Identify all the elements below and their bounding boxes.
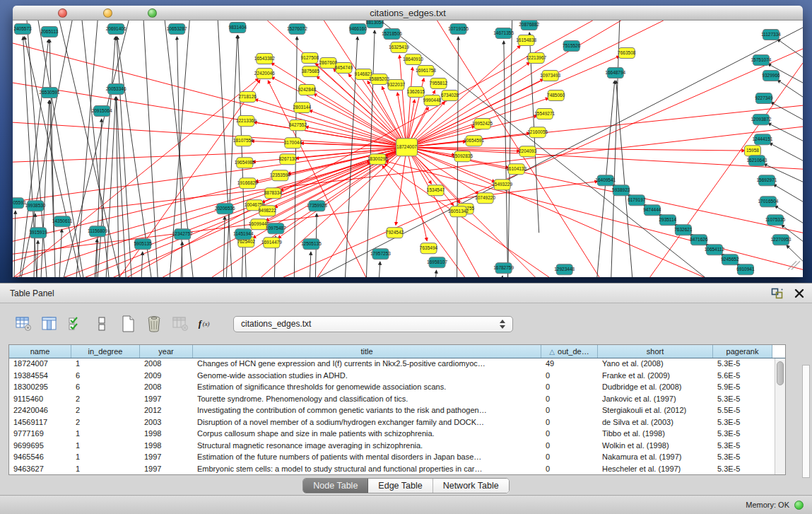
new-column-icon[interactable] <box>119 315 137 333</box>
select-rows-checklist-icon[interactable] <box>66 315 85 333</box>
network-node[interactable]: 2718126 <box>239 92 257 103</box>
column-header-in_degree[interactable]: in_degree <box>71 345 140 358</box>
network-node[interactable]: 8427552 <box>289 120 307 131</box>
network-hub-node[interactable]: 18724007 <box>396 139 417 156</box>
network-node[interactable]: 20691406 <box>106 24 126 35</box>
network-node[interactable]: 9245652 <box>721 255 739 265</box>
network-node[interactable]: 16210643 <box>746 156 767 166</box>
network-node[interactable]: 20206536 <box>215 204 235 214</box>
network-node[interactable]: 10654112 <box>705 245 725 255</box>
network-node[interactable]: 10973493 <box>540 71 560 81</box>
network-node[interactable]: 9990448 <box>423 95 442 106</box>
network-node[interactable]: 15692971 <box>756 175 777 186</box>
function-builder-icon[interactable]: f(x) <box>197 315 216 333</box>
network-node[interactable]: 9498222 <box>259 206 277 216</box>
network-node[interactable]: 2065113 <box>41 27 59 37</box>
network-node[interactable]: 26530591 <box>40 88 60 98</box>
tab-node-table[interactable]: Node Table <box>303 479 368 493</box>
network-node[interactable]: 8813054 <box>366 21 384 28</box>
table-row[interactable]: 911546021997Tourette syndrome. Phenomeno… <box>9 394 785 406</box>
delete-trash-icon[interactable] <box>145 315 163 333</box>
network-node[interactable]: 12342757 <box>172 229 193 240</box>
network-node[interactable]: 11075335 <box>765 215 786 226</box>
table-row[interactable]: 977716911998Corpus callosum shape and si… <box>9 428 785 440</box>
network-node[interactable]: 12213967 <box>526 53 546 64</box>
network-node[interactable]: 2867608 <box>319 58 338 69</box>
network-node[interactable]: 18300295 <box>367 154 388 165</box>
network-node[interactable]: 16325419 <box>389 42 409 53</box>
tab-network-table[interactable]: Network Table <box>433 479 509 493</box>
network-node[interactable]: 18107554 <box>233 136 254 146</box>
network-node[interactable]: 10653287 <box>167 24 187 35</box>
float-panel-icon[interactable] <box>771 288 784 299</box>
network-node[interactable]: 22420046 <box>254 69 275 79</box>
network-node[interactable]: 10719155 <box>448 24 469 35</box>
network-node[interactable]: 10975487 <box>266 223 286 234</box>
network-node[interactable]: 1534547 <box>427 185 445 196</box>
network-node[interactable]: 9831404 <box>229 23 247 33</box>
network-node[interactable]: 16104133 <box>506 164 526 175</box>
network-node[interactable]: 2935114 <box>659 215 676 226</box>
network-node[interactable]: 8878334 <box>264 188 283 199</box>
network-node[interactable]: 8454749 <box>335 63 353 74</box>
network-node[interactable]: 9466160 <box>349 24 367 35</box>
network-node[interactable]: 1362615 <box>407 87 425 98</box>
network-node[interactable]: 15885203 <box>369 74 389 85</box>
network-node[interactable]: 7635494 <box>420 243 438 254</box>
table-row[interactable]: 1872400712008Changes of HCN gene express… <box>9 358 785 370</box>
network-node[interactable]: 16961758 <box>416 66 436 76</box>
network-node[interactable]: 7632621 <box>674 225 693 235</box>
network-node[interactable]: 7663508 <box>618 48 636 59</box>
network-node[interactable]: 20915064 <box>92 106 112 117</box>
network-node[interactable]: 3915919 <box>29 228 47 238</box>
close-panel-icon[interactable] <box>794 288 805 299</box>
network-node[interactable]: 12923448 <box>554 264 575 275</box>
network-node[interactable]: 3170044 <box>284 138 302 148</box>
network-node[interactable]: 20876882 <box>519 21 539 30</box>
network-node[interactable]: 12353594 <box>270 170 290 181</box>
network-node[interactable]: 3875685 <box>302 66 320 77</box>
network-node[interactable]: 14671355 <box>493 28 514 39</box>
network-node[interactable]: 8267130 <box>279 154 298 165</box>
table-row[interactable]: 946554611997Estimation of the future num… <box>9 452 785 464</box>
network-node[interactable]: 12093872 <box>751 115 771 125</box>
network-node[interactable]: 15751074 <box>751 55 771 66</box>
column-header-short[interactable]: short <box>598 345 713 358</box>
network-node[interactable]: 16099448 <box>249 219 269 230</box>
network-node[interactable]: 15218506 <box>382 29 402 40</box>
network-node[interactable]: 9227349 <box>755 93 773 104</box>
network-node[interactable]: 9474444 <box>643 205 661 216</box>
row-layout-icon[interactable] <box>93 315 111 333</box>
network-node[interactable]: 17957253 <box>370 249 391 259</box>
network-node[interactable]: 15276072 <box>287 24 307 35</box>
network-node[interactable]: 26605593 <box>13 198 26 209</box>
network-node[interactable]: 15493229 <box>492 180 512 190</box>
table-row[interactable]: 2242004622012Investigating the contribut… <box>9 405 785 417</box>
network-node[interactable]: 11127334 <box>761 30 781 40</box>
network-node[interactable]: 14350611 <box>52 216 73 227</box>
network-node[interactable]: 10654591 <box>464 136 484 146</box>
tab-edge-table[interactable]: Edge Table <box>368 479 433 493</box>
network-node[interactable]: 9242848 <box>298 85 317 95</box>
network-node[interactable]: 7955812 <box>430 78 448 89</box>
network-node[interactable]: 12444151 <box>752 134 772 145</box>
memory-ok-indicator[interactable] <box>794 501 804 510</box>
network-node[interactable]: 20053346 <box>106 84 126 95</box>
network-node[interactable]: 11451944 <box>233 229 254 240</box>
network-node[interactable]: 16543382 <box>254 54 275 64</box>
network-node[interactable]: 5938923 <box>612 185 630 196</box>
network-node[interactable]: 7515526 <box>563 41 581 52</box>
network-canvas[interactable]: 1872400722420046271812612213369181075541… <box>13 21 803 277</box>
network-node[interactable]: 6734028 <box>441 90 459 101</box>
network-node[interactable]: 12270953 <box>771 235 792 245</box>
network-node[interactable]: 12213369 <box>236 116 257 127</box>
network-node[interactable]: 6179197 <box>628 195 646 206</box>
network-node[interactable]: 16914479 <box>261 238 282 248</box>
network-node[interactable]: 12160055 <box>527 127 548 138</box>
network-canvas-svg[interactable]: 1872400722420046271812612213369181075541… <box>13 21 803 277</box>
network-node[interactable]: 6910941 <box>736 264 755 275</box>
column-header-title[interactable]: title <box>193 345 541 358</box>
network-node[interactable]: 2204093 <box>519 146 537 157</box>
network-node[interactable]: 16648794 <box>605 68 625 78</box>
network-node[interactable]: 11156809 <box>88 226 107 237</box>
